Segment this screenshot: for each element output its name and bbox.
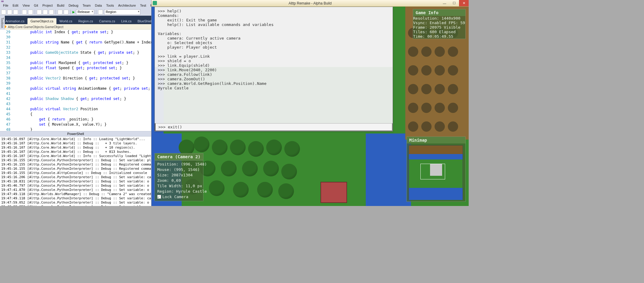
info-resolution: Resolution: 1440x900 xyxy=(413,16,461,21)
rock-hole xyxy=(421,103,432,113)
powershell-title: PowerShell xyxy=(0,131,151,137)
vs-logo-bar: ∞ xyxy=(0,0,151,2)
code-editor[interactable]: 29 30 31 32 33 34 35 36 37 38 39 40 41 4… xyxy=(0,30,151,131)
target-combo[interactable]: Region xyxy=(104,9,140,15)
copy-icon[interactable] xyxy=(43,10,48,14)
rock-hole xyxy=(421,84,432,94)
menu-architecture[interactable]: Architecture xyxy=(116,3,138,8)
tree xyxy=(281,164,297,179)
menu-git[interactable]: Git xyxy=(32,3,40,8)
minimize-button[interactable]: — xyxy=(440,0,449,6)
console-output[interactable]: >>> help() Commands: exit(): Exit the ga… xyxy=(155,7,393,123)
rock-hole xyxy=(408,47,418,57)
menu-tools[interactable]: Tools xyxy=(104,3,116,8)
target-icon[interactable] xyxy=(98,10,103,14)
camera-region: Region: Hyrule Castle xyxy=(157,189,207,194)
rock-hole xyxy=(435,121,445,132)
rock-hole xyxy=(448,84,458,94)
camera-mouse: Mouse: (995, 1546) xyxy=(157,167,200,172)
game-icon xyxy=(153,1,157,5)
game-info-panel: Game Info Resolution: 1440x900 Vsync: En… xyxy=(413,9,466,39)
house-roof xyxy=(320,182,347,203)
rock-hole xyxy=(408,103,418,113)
info-fps: FPS: 59 xyxy=(448,21,465,25)
minimap-viewport xyxy=(420,164,445,179)
line-gutter: 29 30 31 32 33 34 35 36 37 38 39 40 41 4… xyxy=(0,30,13,131)
toolbox-tab[interactable]: Toolbox xyxy=(0,16,5,30)
menu-file[interactable]: File xyxy=(1,3,10,8)
tree xyxy=(284,141,300,157)
tab-world-cs[interactable]: World.cs xyxy=(56,18,75,24)
rock-hole xyxy=(435,84,445,94)
tab-gameobject-cs[interactable]: GameObject.cs xyxy=(27,18,56,24)
rock-hole xyxy=(435,47,445,57)
tree xyxy=(242,161,258,176)
rock-hole xyxy=(448,121,458,132)
game-window: Alttp Remake - Alpha Build — ☐ ✕ >>> h xyxy=(151,0,469,206)
camera-size: Size: 2087x1304 xyxy=(157,173,193,177)
paste-icon[interactable] xyxy=(49,10,54,14)
rock-hole xyxy=(421,65,432,76)
menu-debug[interactable]: Debug xyxy=(67,3,80,8)
console-input[interactable] xyxy=(155,123,393,131)
start-debug-icon[interactable]: ▶ xyxy=(72,10,75,14)
main-toolbar: ▶ Release Region xyxy=(0,8,151,16)
info-vsync: Vsync: Enabled xyxy=(413,21,446,25)
close-button[interactable]: ✕ xyxy=(459,0,469,6)
moat xyxy=(366,133,411,206)
tab-link-cs[interactable]: Link.cs xyxy=(118,18,135,24)
minimap-image[interactable] xyxy=(409,145,463,200)
menu-data[interactable]: Data xyxy=(93,3,104,8)
configuration-combo[interactable]: Release xyxy=(76,9,94,15)
tab-region-cs[interactable]: Region.cs xyxy=(75,18,96,24)
rock-hole xyxy=(421,47,432,57)
maximize-button[interactable]: ☐ xyxy=(449,0,459,6)
powershell-output[interactable]: 19:45:16.097 [Alttp.Core.World.World] ::… xyxy=(0,137,151,206)
save-icon[interactable] xyxy=(22,10,27,14)
menu-build[interactable]: Build xyxy=(55,3,66,8)
cut-icon[interactable] xyxy=(37,10,42,14)
rock-hole xyxy=(435,103,445,113)
tree xyxy=(209,180,225,196)
menu-project[interactable]: Project xyxy=(40,3,54,8)
rock-hole xyxy=(435,65,445,76)
camera-panel-title: Camera (Camera 2) xyxy=(155,153,203,160)
new-icon[interactable] xyxy=(1,10,6,14)
rock-hole xyxy=(408,84,418,94)
menu-edit[interactable]: Edit xyxy=(11,3,20,8)
camera-position: Position: (996, 1548) xyxy=(157,162,207,166)
tree xyxy=(212,140,228,155)
game-info-title: Game Info xyxy=(413,9,465,16)
tab-camera-cs[interactable]: Camera.cs xyxy=(96,18,118,24)
rock-hole xyxy=(408,65,418,76)
undo-icon[interactable] xyxy=(58,10,62,14)
menu-test[interactable]: Test xyxy=(138,3,148,8)
menu-bar: FileEditViewGitProjectBuildDebugTeamData… xyxy=(0,2,151,8)
camera-panel: Camera (Camera 2) Position: (996, 1548) … xyxy=(155,153,203,201)
visual-studio-panel: ∞ FileEditViewGitProjectBuildDebugTeamDa… xyxy=(0,0,151,206)
tab-animation-cs[interactable]: Animation.cs xyxy=(2,18,27,24)
info-frame: Frame: 20975 xyxy=(413,25,442,30)
window-title: Alttp Remake - Alpha Build xyxy=(289,1,332,5)
menu-view[interactable]: View xyxy=(21,3,32,8)
editor-tabstrip: Animation.csGameObject.csWorld.csRegion.… xyxy=(0,16,151,24)
redo-icon[interactable] xyxy=(64,10,69,14)
rock-hole xyxy=(448,65,458,76)
lock-camera-checkbox[interactable] xyxy=(157,195,161,199)
add-icon[interactable] xyxy=(13,10,18,14)
titlebar: Alttp Remake - Alpha Build — ☐ ✕ xyxy=(151,0,469,7)
tree xyxy=(266,140,282,155)
rock-hole xyxy=(408,121,418,132)
tree xyxy=(263,161,279,176)
rock-hole xyxy=(448,103,458,113)
open-icon[interactable] xyxy=(7,10,12,14)
code-body[interactable]: public int Index { get; private set; } p… xyxy=(13,30,151,131)
save-all-icon[interactable] xyxy=(28,10,33,14)
breadcrumb[interactable]: 🔶 Alttp.Core.GameObjects.GameObject xyxy=(0,24,151,30)
camera-tile-width: Tile Width: 11,0 px xyxy=(157,184,202,188)
lock-camera-row[interactable]: Lock Camera xyxy=(157,195,188,199)
rock-hole xyxy=(448,47,458,57)
menu-team[interactable]: Team xyxy=(81,3,93,8)
camera-zoom: Zoom: 0,69 xyxy=(157,178,181,183)
game-viewport[interactable]: >>> help() Commands: exit(): Exit the ga… xyxy=(151,7,469,206)
